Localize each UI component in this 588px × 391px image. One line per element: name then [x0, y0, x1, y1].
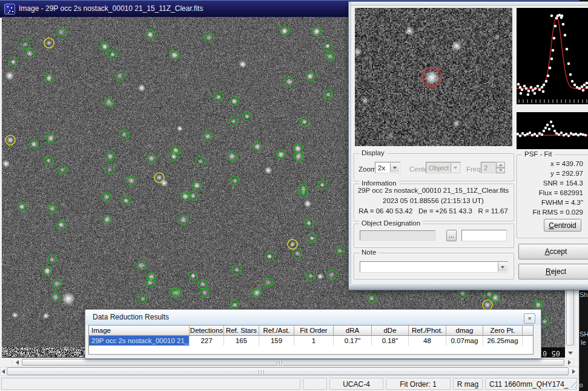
column-header[interactable]: dRA — [334, 326, 372, 336]
detection-circle[interactable] — [147, 154, 156, 163]
detection-circle[interactable] — [43, 267, 52, 276]
table-cell[interactable]: 26.25mag — [483, 336, 523, 346]
detection-circle[interactable] — [101, 42, 110, 52]
detection-circle[interactable] — [116, 72, 125, 81]
detection-circle[interactable] — [243, 112, 252, 121]
detection-circle[interactable] — [51, 293, 61, 302]
table-cell[interactable]: 1 — [294, 336, 334, 346]
detection-circle[interactable] — [18, 202, 27, 212]
table-cell[interactable]: 165 — [224, 336, 259, 346]
detection-circle[interactable] — [277, 150, 286, 159]
detection-circle[interactable] — [170, 152, 179, 161]
detection-circle[interactable] — [170, 51, 179, 60]
detection-circle[interactable] — [328, 270, 337, 279]
detection-circle[interactable] — [203, 132, 213, 141]
detection-circle[interactable] — [189, 272, 198, 281]
detection-circle[interactable] — [103, 215, 112, 224]
detection-circle[interactable] — [105, 165, 114, 175]
detection-circle[interactable] — [306, 272, 315, 281]
detection-circle[interactable] — [285, 78, 294, 87]
column-header[interactable]: Fit Order — [294, 326, 334, 336]
detection-circle[interactable] — [120, 130, 129, 139]
detection-circle[interactable] — [335, 247, 345, 256]
detection-circle[interactable] — [5, 135, 15, 145]
detection-circle[interactable] — [233, 266, 242, 275]
detection-circle[interactable] — [44, 156, 53, 165]
detection-circle[interactable] — [205, 33, 214, 42]
detection-circle[interactable] — [127, 176, 136, 185]
detection-circle[interactable] — [57, 28, 66, 37]
detection-circle[interactable] — [312, 27, 322, 36]
hscroll-thumb[interactable] — [22, 359, 564, 366]
detection-circle[interactable] — [199, 280, 208, 289]
detection-circle[interactable] — [45, 74, 54, 83]
detection-circle[interactable] — [9, 58, 18, 67]
ws-hscroll-thumb[interactable] — [7, 367, 569, 375]
detection-circle[interactable] — [171, 146, 180, 155]
column-header[interactable]: Ref. Stars — [224, 326, 259, 336]
detection-circle[interactable] — [137, 261, 146, 270]
detection-circle[interactable] — [47, 134, 56, 143]
detection-circle[interactable] — [25, 49, 35, 58]
detection-circle[interactable] — [368, 294, 377, 303]
detection-circle[interactable] — [230, 97, 239, 106]
detection-circle[interactable] — [280, 27, 289, 36]
detection-circle[interactable] — [214, 93, 223, 102]
detection-circle[interactable] — [57, 221, 66, 230]
detection-circle[interactable] — [253, 289, 262, 298]
detection-circle[interactable] — [44, 38, 54, 48]
accept-button[interactable]: Accept — [518, 244, 588, 259]
detection-circle[interactable] — [306, 72, 315, 81]
zoom-select[interactable]: 2x — [375, 162, 400, 173]
hscroll-right-button[interactable] — [565, 359, 573, 366]
workspace-hscrollbar[interactable] — [0, 367, 579, 376]
column-header[interactable]: Zero Pt. — [483, 326, 523, 336]
detection-circle[interactable] — [293, 249, 302, 258]
table-cell[interactable]: 0.17" — [334, 336, 372, 346]
detection-circle[interactable] — [193, 181, 202, 190]
detection-circle[interactable] — [288, 239, 297, 249]
results-close-button[interactable]: ✕ — [524, 313, 535, 324]
detection-circle[interactable] — [230, 117, 239, 126]
image-hscrollbar[interactable] — [12, 358, 574, 366]
ws-hscroll-right-button[interactable] — [569, 367, 578, 375]
detection-circle[interactable] — [48, 204, 57, 213]
desktop-icon-label[interactable]: le — [581, 339, 586, 346]
column-header[interactable]: Detections — [190, 326, 224, 336]
detection-circle[interactable] — [108, 50, 117, 59]
desktop-icon-label[interactable]: Sh — [580, 291, 587, 298]
note-combobox[interactable] — [360, 261, 508, 273]
designation-input[interactable] — [461, 230, 507, 241]
detection-circle[interactable] — [30, 140, 39, 149]
detection-circle[interactable] — [253, 142, 262, 152]
detection-circle[interactable] — [326, 52, 335, 61]
zoom-dropdown-button[interactable] — [390, 163, 399, 172]
table-row[interactable]: 29P occ 2s nostack_00010 21_122716515910… — [89, 336, 533, 346]
detection-circle[interactable] — [146, 278, 155, 287]
detection-circle[interactable] — [139, 295, 148, 304]
detection-circle[interactable] — [534, 301, 543, 310]
reject-button[interactable]: Reject — [518, 264, 588, 279]
column-header[interactable]: Ref./Phot. — [409, 326, 446, 336]
table-cell[interactable]: 227 — [190, 336, 224, 346]
detection-circle[interactable] — [102, 193, 111, 202]
detection-circle[interactable] — [228, 152, 237, 161]
detection-circle[interactable] — [58, 165, 67, 175]
vscroll-down-button[interactable] — [565, 348, 575, 358]
detection-circle[interactable] — [48, 255, 57, 264]
detection-circle[interactable] — [264, 278, 273, 287]
ws-hscroll-left-button[interactable] — [1, 367, 6, 375]
hscroll-left-button[interactable] — [13, 359, 21, 366]
detection-circle[interactable] — [324, 90, 333, 99]
column-header[interactable]: Image — [89, 326, 190, 336]
dialog-frame-top[interactable] — [349, 2, 588, 6]
table-cell[interactable]: 48 — [409, 336, 446, 346]
detection-circle[interactable] — [53, 279, 62, 289]
object-zoom-view[interactable] — [355, 8, 512, 146]
detection-circle[interactable] — [265, 252, 274, 261]
detection-circle[interactable] — [105, 98, 114, 107]
table-cell[interactable]: 0.07mag — [446, 336, 483, 346]
table-cell[interactable]: 29P occ 2s nostack_00010 21_1 — [89, 336, 190, 346]
table-cell[interactable]: 159 — [259, 336, 294, 346]
desktop-icon-label[interactable]: SH — [580, 330, 588, 338]
